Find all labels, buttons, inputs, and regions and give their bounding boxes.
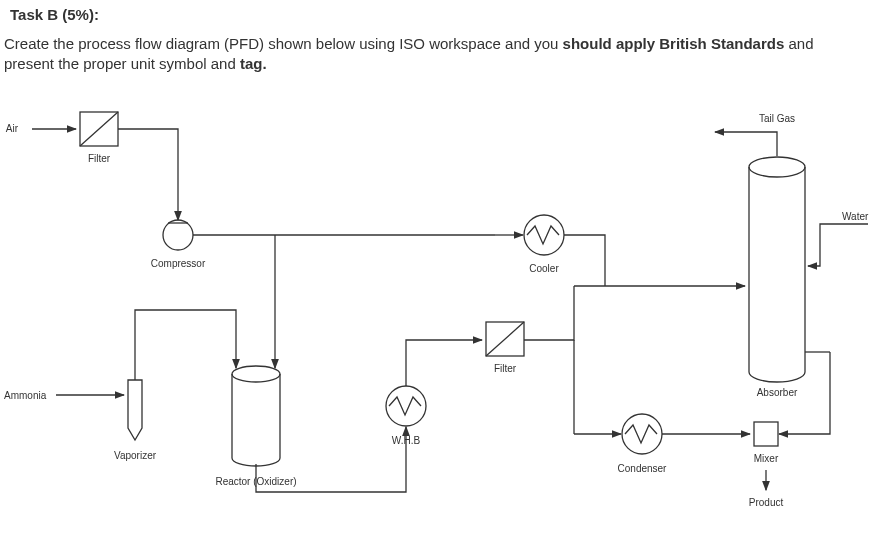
unit-mixer <box>754 422 778 446</box>
label-vaporizer: Vaporizer <box>114 450 157 461</box>
diagram-svg: Air Filter Compressor Ammonia Vaporizer … <box>0 92 881 552</box>
unit-filter2 <box>486 322 524 356</box>
label-cooler: Cooler <box>529 263 559 274</box>
label-ammonia: Ammonia <box>4 390 47 401</box>
label-tailgas: Tail Gas <box>759 113 795 124</box>
stream-filter-comp <box>118 129 178 220</box>
svg-rect-9 <box>754 422 778 446</box>
label-whb: W.H.B <box>392 435 421 446</box>
pfd-diagram: Air Filter Compressor Ammonia Vaporizer … <box>0 92 881 552</box>
stream-filter2-up <box>524 286 574 340</box>
instr-bold2: tag. <box>240 55 267 72</box>
unit-compressor <box>163 220 193 250</box>
svg-line-1 <box>80 112 118 146</box>
label-air: Air <box>6 123 19 134</box>
unit-vaporizer <box>128 380 142 440</box>
instr-pre: Create the process flow diagram (PFD) sh… <box>4 35 563 52</box>
label-filter1: Filter <box>88 153 111 164</box>
svg-line-6 <box>486 322 524 356</box>
task-title: Task B (5%): <box>10 6 99 23</box>
unit-filter1 <box>80 112 118 146</box>
stream-water-in <box>808 224 868 266</box>
svg-point-2 <box>163 220 193 250</box>
label-product: Product <box>749 497 784 508</box>
instruction-text: Create the process flow diagram (PFD) sh… <box>4 34 864 75</box>
svg-point-7 <box>524 215 564 255</box>
unit-condenser <box>622 414 662 454</box>
stream-whb-filter2 <box>406 340 482 386</box>
label-absorber: Absorber <box>757 387 798 398</box>
label-condenser: Condenser <box>618 463 668 474</box>
label-mixer: Mixer <box>754 453 779 464</box>
label-compressor: Compressor <box>151 258 206 269</box>
svg-point-8 <box>622 414 662 454</box>
stream-vap-reactor <box>135 310 236 380</box>
unit-reactor <box>232 366 280 466</box>
stream-tailgas <box>715 132 777 156</box>
label-filter2: Filter <box>494 363 517 374</box>
unit-absorber <box>749 157 805 382</box>
label-water: Water <box>842 211 869 222</box>
unit-cooler <box>524 215 564 255</box>
unit-whb <box>386 386 426 426</box>
svg-point-4 <box>386 386 426 426</box>
stream-cooler-down <box>564 235 605 286</box>
instr-bold1: should apply British Standards <box>563 35 785 52</box>
